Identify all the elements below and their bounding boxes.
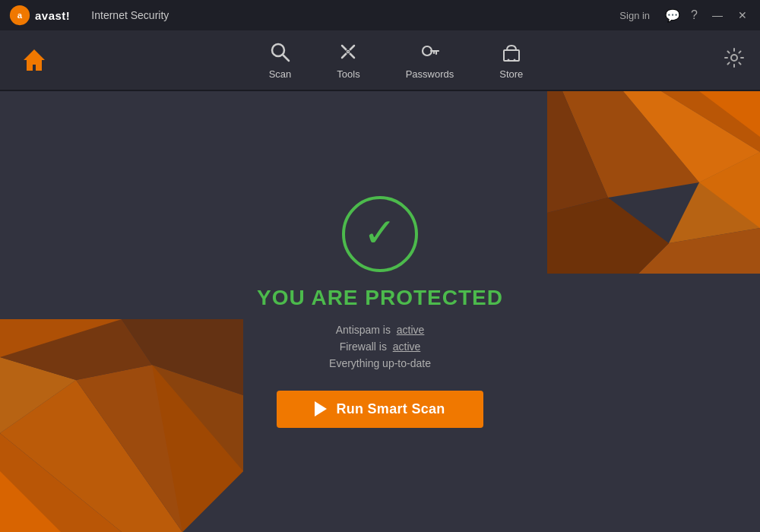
home-icon (21, 46, 48, 74)
svg-point-16 (513, 59, 515, 61)
svg-line-4 (283, 55, 289, 61)
passwords-icon (419, 41, 440, 65)
check-mark-icon: ✓ (363, 213, 397, 252)
antispam-status: Antispam is active (336, 324, 425, 336)
protection-check-circle: ✓ (342, 196, 418, 272)
status-lines: Antispam is active Firewall is active Ev… (329, 324, 431, 369)
firewall-active-link[interactable]: active (393, 340, 421, 353)
center-content: ✓ YOU ARE PROTECTED Antispam is active F… (257, 196, 503, 428)
signin-button[interactable]: Sign in (615, 8, 654, 23)
window-controls: — ✕ (708, 8, 751, 23)
main-content: ✓ YOU ARE PROTECTED Antispam is active F… (0, 91, 760, 532)
nav-item-passwords[interactable]: Passwords (383, 33, 477, 87)
poly-decoration-top-right (547, 91, 760, 274)
chat-icon: 💬 (665, 8, 680, 23)
nav-item-store[interactable]: Store (477, 33, 546, 87)
antispam-active-link[interactable]: active (397, 324, 425, 336)
svg-text:a: a (17, 11, 23, 20)
run-smart-scan-button[interactable]: Run Smart Scan (277, 391, 483, 428)
close-button[interactable]: ✕ (734, 8, 751, 23)
play-icon (315, 401, 327, 416)
svg-rect-13 (504, 50, 519, 61)
uptodate-status: Everything up-to-date (329, 357, 431, 369)
titlebar-left: a avast! Internet Security (9, 5, 169, 26)
titlebar: a avast! Internet Security Sign in 💬 ? —… (0, 0, 760, 30)
tools-icon (337, 41, 359, 65)
store-icon (501, 41, 522, 65)
tools-label: Tools (337, 68, 359, 80)
scan-button-label: Run Smart Scan (336, 401, 445, 417)
nav-item-scan[interactable]: Scan (246, 33, 315, 87)
svg-point-17 (731, 55, 737, 61)
svg-point-15 (507, 59, 509, 61)
settings-button[interactable] (724, 47, 745, 73)
protection-highlight: PROTECTED (365, 286, 503, 309)
app-title-text: Internet Security (91, 9, 169, 21)
scan-label: Scan (269, 68, 292, 80)
protection-title: YOU ARE PROTECTED (257, 286, 503, 310)
avast-logo: a avast! (9, 5, 70, 26)
store-label: Store (499, 68, 523, 80)
nav-items: Scan Tools (68, 33, 724, 87)
help-icon[interactable]: ? (691, 8, 698, 22)
avast-brand-text: avast! (35, 9, 70, 22)
firewall-status: Firewall is active (340, 340, 421, 353)
scan-icon (269, 41, 290, 65)
svg-marker-2 (24, 49, 45, 71)
protection-prefix: YOU ARE (257, 286, 365, 309)
minimize-button[interactable]: — (708, 8, 727, 23)
navbar: Scan Tools (0, 30, 760, 91)
titlebar-right: Sign in 💬 ? — ✕ (615, 8, 751, 23)
home-nav-item[interactable] (15, 46, 53, 74)
nav-item-tools[interactable]: Tools (314, 33, 382, 87)
passwords-label: Passwords (406, 68, 454, 80)
avast-logo-icon: a (9, 5, 30, 26)
poly-decoration-bottom-left (0, 319, 243, 532)
